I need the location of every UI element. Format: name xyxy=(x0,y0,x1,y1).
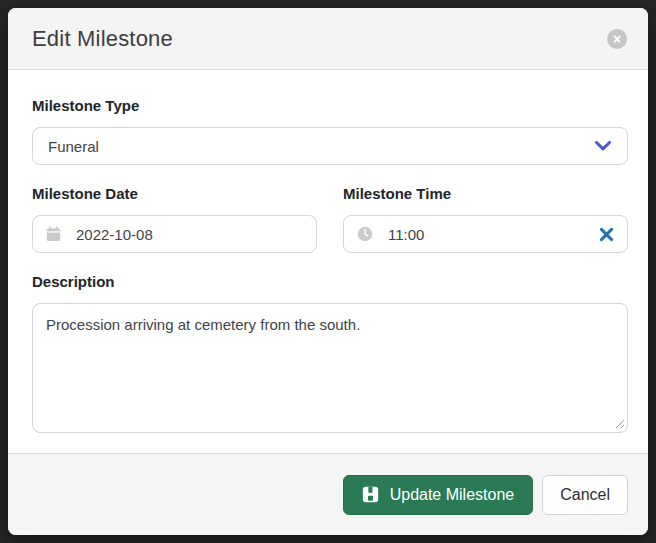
modal-title: Edit Milestone xyxy=(32,26,173,52)
milestone-time-label: Milestone Time xyxy=(343,185,628,202)
clock-icon xyxy=(357,226,373,242)
close-icon: × xyxy=(613,32,621,46)
clear-x-icon xyxy=(599,227,614,242)
milestone-time-field[interactable] xyxy=(388,226,584,243)
calendar-icon xyxy=(46,226,61,242)
time-column: Milestone Time xyxy=(343,185,628,253)
modal-body: Milestone Type Funeral Milestone Date xyxy=(8,70,648,453)
date-time-row: Milestone Date Milestone Time xyxy=(32,185,628,253)
milestone-date-label: Milestone Date xyxy=(32,185,317,202)
milestone-type-select[interactable]: Funeral xyxy=(32,127,628,165)
milestone-type-value: Funeral xyxy=(48,138,99,155)
milestone-date-input-group[interactable] xyxy=(32,215,317,253)
milestone-time-input-group[interactable] xyxy=(343,215,628,253)
milestone-date-field[interactable] xyxy=(76,226,303,243)
description-label: Description xyxy=(32,273,628,290)
description-textarea[interactable]: Procession arriving at cemetery from the… xyxy=(32,303,628,433)
cancel-button[interactable]: Cancel xyxy=(542,475,628,515)
modal-header: Edit Milestone × xyxy=(8,8,648,70)
modal-footer: Update Milestone Cancel xyxy=(8,453,648,535)
save-icon xyxy=(362,486,379,503)
milestone-type-label: Milestone Type xyxy=(32,97,628,114)
update-milestone-label: Update Milestone xyxy=(390,486,515,504)
description-wrapper: Procession arriving at cemetery from the… xyxy=(32,303,628,433)
clear-time-button[interactable] xyxy=(599,227,614,242)
cancel-label: Cancel xyxy=(560,486,610,503)
update-milestone-button[interactable]: Update Milestone xyxy=(343,475,534,515)
close-button[interactable]: × xyxy=(607,29,627,49)
date-column: Milestone Date xyxy=(32,185,317,253)
chevron-down-icon xyxy=(594,140,612,152)
edit-milestone-modal: Edit Milestone × Milestone Type Funeral … xyxy=(8,8,648,535)
